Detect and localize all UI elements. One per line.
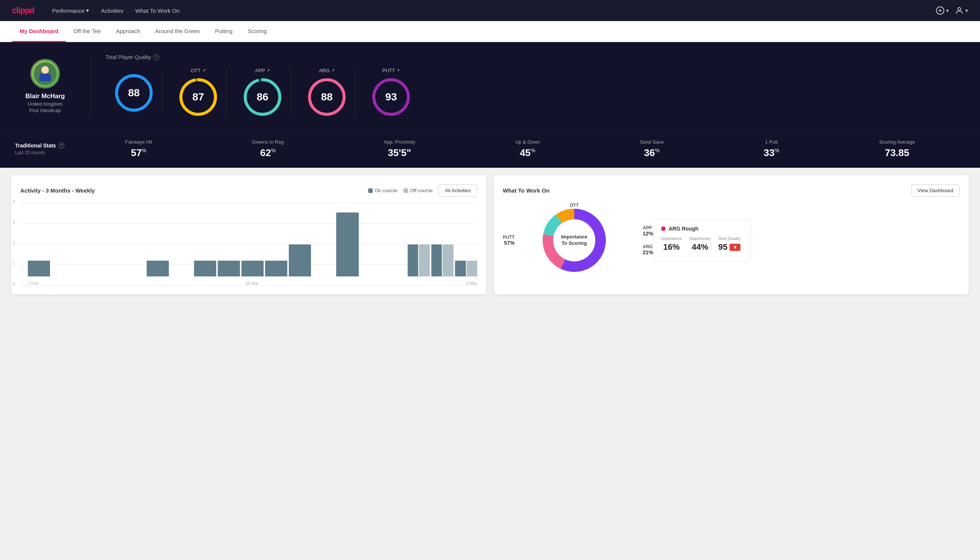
- on-course-bar: [289, 245, 311, 277]
- traditional-stats: Traditional Stats ? Last 20 rounds Fairw…: [0, 130, 980, 168]
- arg-detail-dot: [661, 227, 666, 231]
- bar-group: [28, 261, 50, 277]
- all-activities-button[interactable]: All Activities: [438, 184, 477, 197]
- tab-putting[interactable]: Putting: [208, 21, 240, 42]
- stat-up-and-down: Up & Down 45%: [515, 139, 540, 159]
- putt-value: 93: [385, 91, 397, 103]
- app-label-area: APP 12%: [643, 225, 653, 237]
- tab-off-the-tee[interactable]: Off the Tee: [66, 21, 108, 42]
- putt-ring: 93: [370, 77, 412, 118]
- on-course-bar: [28, 261, 50, 277]
- app-circle: APP ↗ 86: [234, 68, 291, 118]
- stat-app-proximity: App. Proximity 35'5": [384, 139, 415, 159]
- wtwo-card: What To Work On View Dashboard PUTT 57% …: [494, 175, 969, 295]
- top-navigation: clippd Performance ▾ Activities What To …: [0, 0, 980, 21]
- arg-metrics: Importance 16% Opportunity 44% Shot Qual…: [661, 236, 743, 252]
- tabs-bar: My Dashboard Off the Tee Approach Around…: [0, 21, 980, 42]
- view-dashboard-button[interactable]: View Dashboard: [911, 184, 960, 197]
- on-course-bar: [336, 212, 358, 277]
- on-course-bar: [241, 261, 264, 277]
- on-course-dot: [368, 188, 373, 193]
- arg-shot-quality-metric: Shot Quality 95 ▼: [718, 236, 741, 252]
- ott-value: 87: [192, 91, 204, 103]
- player-handicap: Plus Handicap: [29, 108, 61, 113]
- quality-circles: 88 OTT ↗ 87: [106, 68, 965, 118]
- putt-arrow-icon: ↗: [396, 68, 400, 73]
- player-info: Blair McHarg United Kingdom Plus Handica…: [15, 59, 75, 113]
- arg-ring: 88: [306, 77, 348, 118]
- bar-group: [241, 261, 264, 277]
- tab-around-the-green[interactable]: Around the Green: [147, 21, 207, 42]
- on-course-bar: [218, 261, 240, 277]
- bar-group: [194, 261, 216, 277]
- avatar: [30, 59, 60, 89]
- x-labels: 7 Feb 28 Mar 9 May: [28, 281, 477, 285]
- chevron-down-icon: ▾: [86, 7, 89, 14]
- putt-label: PUTT ↗: [383, 68, 400, 73]
- arg-opportunity-metric: Opportunity 44%: [689, 236, 711, 252]
- trad-stats-label: Traditional Stats ? Last 20 rounds: [15, 143, 75, 155]
- nav-activities[interactable]: Activities: [101, 1, 123, 21]
- add-button[interactable]: ▾: [936, 6, 949, 15]
- ott-arrow-icon: ↗: [202, 68, 206, 73]
- activity-card-header: Activity - 3 Months - Weekly On course O…: [20, 184, 477, 197]
- bar-group: [336, 212, 358, 277]
- on-course-bar: [146, 261, 169, 277]
- shot-quality-badge: ▼: [730, 244, 740, 251]
- stat-sand-save: Sand Save 36%: [640, 139, 664, 159]
- legend-on-course: On course: [368, 188, 398, 193]
- nav-what-to-work-on[interactable]: What To Work On: [135, 1, 180, 21]
- putt-label-area: PUTT 57%: [503, 235, 514, 246]
- hero-section: Blair McHarg United Kingdom Plus Handica…: [0, 42, 980, 130]
- donut-center-text: Importance To Scoring: [561, 234, 587, 247]
- off-course-bar: [467, 261, 478, 277]
- tpq-circle: 88: [106, 72, 163, 113]
- ott-circle: OTT ↗ 87: [170, 68, 227, 118]
- arg-label: ARG ↗: [319, 68, 334, 73]
- on-course-bar: [194, 261, 216, 277]
- chart-legend: On course Off course: [368, 188, 433, 193]
- arg-value: 88: [321, 91, 333, 103]
- arg-detail-title: ARG Rough: [661, 226, 743, 232]
- user-button[interactable]: ▾: [955, 6, 968, 15]
- arg-label-area: ARG 21%: [643, 244, 653, 255]
- ott-label: OTT ↗: [191, 68, 206, 73]
- trad-help-icon[interactable]: ?: [58, 143, 64, 148]
- off-course-bar: [443, 245, 454, 277]
- player-country: United Kingdom: [28, 101, 63, 107]
- divider: [90, 56, 91, 116]
- app-logo: clippd: [12, 6, 34, 15]
- stat-items: Fairways Hit 57% Greens In Reg 62% App. …: [75, 139, 965, 159]
- arg-circle: ARG ↗ 88: [299, 68, 355, 118]
- stat-1-putt: 1 Putt 33%: [764, 139, 779, 159]
- help-icon[interactable]: ?: [153, 54, 160, 60]
- tab-scoring[interactable]: Scoring: [240, 21, 274, 42]
- on-course-bar: [265, 261, 287, 277]
- activity-card: Activity - 3 Months - Weekly On course O…: [11, 175, 486, 295]
- on-course-bar: [455, 261, 466, 277]
- add-chevron-icon: ▾: [946, 8, 949, 13]
- tpq-value: 88: [128, 87, 140, 99]
- nav-performance[interactable]: Performance ▾: [52, 0, 89, 21]
- bar-group: [218, 261, 240, 277]
- tpq-ring: 88: [113, 72, 155, 113]
- arg-importance-metric: Importance 16%: [661, 236, 682, 252]
- stat-scoring-average: Scoring Average 73.85: [879, 139, 915, 159]
- bar-group: [408, 245, 430, 277]
- app-value: 86: [256, 91, 268, 103]
- user-chevron-icon: ▾: [965, 8, 968, 13]
- arg-arrow-icon: ↗: [331, 68, 335, 73]
- svg-point-3: [958, 8, 961, 10]
- wtwo-inner: PUTT 57% OTT 10% APP 12% ARG 21%: [503, 203, 960, 278]
- bottom-section: Activity - 3 Months - Weekly On course O…: [0, 168, 980, 302]
- on-course-bar: [431, 245, 442, 277]
- tab-approach[interactable]: Approach: [108, 21, 147, 42]
- activity-card-title: Activity - 3 Months - Weekly: [20, 187, 95, 194]
- off-course-bar: [419, 245, 430, 277]
- off-course-dot: [404, 188, 408, 193]
- tab-my-dashboard[interactable]: My Dashboard: [12, 21, 66, 42]
- wtwo-title: What To Work On: [503, 187, 549, 194]
- donut-chart: Importance To Scoring: [537, 203, 612, 278]
- app-ring: 86: [242, 77, 283, 118]
- on-course-bar: [408, 245, 419, 277]
